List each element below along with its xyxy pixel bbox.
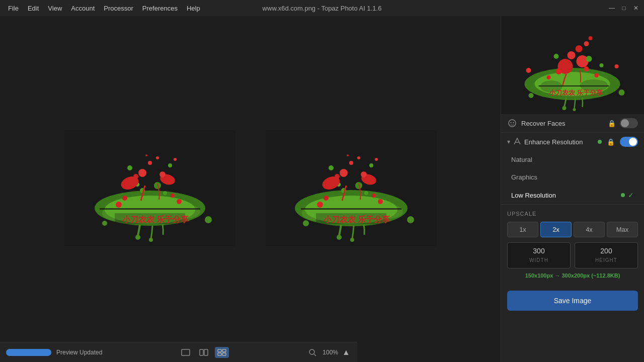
before-image-panel: 小刀农农 乐于分享 [64, 130, 235, 248]
svg-rect-66 [222, 349, 226, 352]
menu-file[interactable]: File [4, 3, 23, 14]
svg-point-42 [340, 169, 348, 177]
scale-max-button[interactable]: Max [607, 222, 638, 237]
svg-point-88 [600, 63, 604, 67]
svg-point-30 [174, 158, 177, 161]
recover-faces-toggle[interactable] [620, 118, 638, 128]
svg-point-83 [584, 66, 589, 71]
svg-point-92 [573, 108, 576, 111]
enhance-lock-icon[interactable]: 🔒 [607, 138, 615, 146]
svg-point-48 [378, 199, 383, 204]
menu-account[interactable]: Account [67, 3, 99, 14]
upscale-label: UPSCALE [507, 211, 638, 217]
view-controls [179, 347, 229, 358]
svg-point-60 [369, 163, 373, 167]
scale-1x-button[interactable]: 1x [507, 222, 538, 237]
maximize-button[interactable]: □ [620, 4, 628, 12]
zoom-up-button[interactable]: ▲ [341, 347, 351, 357]
svg-point-81 [589, 36, 593, 40]
after-image-panel: 小刀农农 乐于分享 [266, 130, 437, 248]
mode-low-resolution-label: Low Resolution [511, 192, 556, 199]
dimension-inputs: 300 WIDTH 200 HEIGHT [507, 242, 638, 268]
enhance-resolution-section: ▾ Enhance Resolution 🔒 [501, 133, 644, 205]
svg-point-99 [513, 122, 514, 123]
svg-point-61 [375, 158, 378, 161]
svg-point-23 [205, 216, 212, 223]
image-container: 小刀农农 乐于分享 [64, 130, 437, 248]
svg-rect-63 [200, 349, 203, 355]
svg-point-91 [562, 106, 567, 110]
svg-point-58 [347, 154, 349, 156]
svg-point-27 [145, 154, 147, 156]
svg-point-93 [619, 89, 625, 96]
menu-processor[interactable]: Processor [100, 3, 137, 14]
menu-edit[interactable]: Edit [24, 3, 43, 14]
width-field[interactable]: 300 WIDTH [507, 242, 571, 268]
svg-rect-62 [182, 349, 190, 355]
svg-point-82 [556, 68, 562, 74]
menu-preferences[interactable]: Preferences [138, 3, 182, 14]
svg-point-96 [615, 64, 619, 68]
mode-list: Natural Graphics Low Resolution ✓ [501, 151, 644, 204]
single-view-button[interactable] [179, 347, 193, 358]
svg-point-47 [317, 202, 323, 208]
chevron-down-icon: ▾ [507, 138, 510, 145]
face-icon [507, 118, 517, 128]
window-title: www.x6d.com.png - Topaz Photo AI 1.1.6 [263, 5, 382, 12]
svg-point-59 [329, 165, 334, 170]
height-label: HEIGHT [595, 257, 617, 263]
recover-faces-left: Recover Faces [507, 118, 565, 128]
recover-faces-lock-icon[interactable]: 🔒 [608, 120, 616, 127]
svg-rect-31 [266, 130, 437, 246]
canvas-area[interactable]: 小刀农农 乐于分享 [0, 16, 501, 362]
mode-natural[interactable]: Natural [501, 151, 644, 168]
scale-4x-button[interactable]: 4x [574, 222, 605, 237]
svg-point-25 [148, 161, 152, 165]
svg-point-29 [168, 163, 172, 167]
svg-point-80 [584, 41, 589, 46]
recover-faces-section: Recover Faces 🔒 [501, 114, 644, 133]
menu-view[interactable]: View [44, 3, 66, 14]
svg-point-86 [554, 54, 559, 59]
width-label: WIDTH [529, 257, 548, 263]
enhance-resolution-header[interactable]: ▾ Enhance Resolution 🔒 [501, 133, 644, 151]
split-view-button[interactable] [197, 347, 211, 358]
svg-rect-64 [204, 349, 208, 355]
size-after-highlight: 300x200px (~112.8KB) [561, 273, 620, 279]
close-button[interactable]: ✕ [632, 4, 640, 12]
svg-point-94 [529, 93, 534, 98]
svg-point-97 [509, 120, 516, 127]
save-image-button[interactable]: Save Image [507, 291, 638, 311]
enhance-icon [513, 137, 521, 147]
svg-rect-0 [64, 130, 235, 246]
svg-point-87 [586, 56, 592, 62]
zoom-level-text: 100% [323, 349, 338, 356]
enhance-active-indicator [598, 140, 602, 144]
svg-point-43 [361, 171, 367, 177]
titlebar: File Edit View Account Processor Prefere… [0, 0, 644, 16]
svg-point-14 [122, 196, 127, 201]
svg-point-85 [595, 73, 599, 77]
menu-help[interactable]: Help [183, 3, 204, 14]
svg-point-11 [138, 169, 146, 177]
svg-point-95 [526, 68, 531, 73]
svg-point-55 [303, 220, 309, 226]
mode-graphics[interactable]: Graphics [501, 168, 644, 186]
svg-rect-67 [218, 353, 221, 355]
enhance-resolution-label: Enhance Resolution [524, 138, 595, 146]
check-dot-indicator [621, 193, 625, 197]
height-field[interactable]: 200 HEIGHT [575, 242, 638, 268]
svg-text:小刀农农 乐于分享: 小刀农农 乐于分享 [323, 215, 390, 224]
scale-2x-button[interactable]: 2x [540, 222, 572, 237]
preview-section: Preview Updated [6, 349, 102, 356]
scale-buttons: 1x 2x 4x Max [507, 222, 638, 237]
main-layout: 小刀农农 乐于分享 [0, 16, 644, 362]
svg-rect-89 [539, 85, 609, 86]
svg-text:小刀农农 乐于分享: 小刀农农 乐于分享 [122, 215, 189, 224]
mode-low-resolution[interactable]: Low Resolution ✓ [501, 186, 644, 204]
bottom-toolbar: Preview Updated [0, 342, 357, 362]
minimize-button[interactable]: — [608, 4, 616, 12]
enhance-resolution-toggle[interactable] [620, 137, 638, 147]
svg-point-84 [547, 75, 551, 79]
grid-view-button[interactable] [215, 347, 229, 358]
